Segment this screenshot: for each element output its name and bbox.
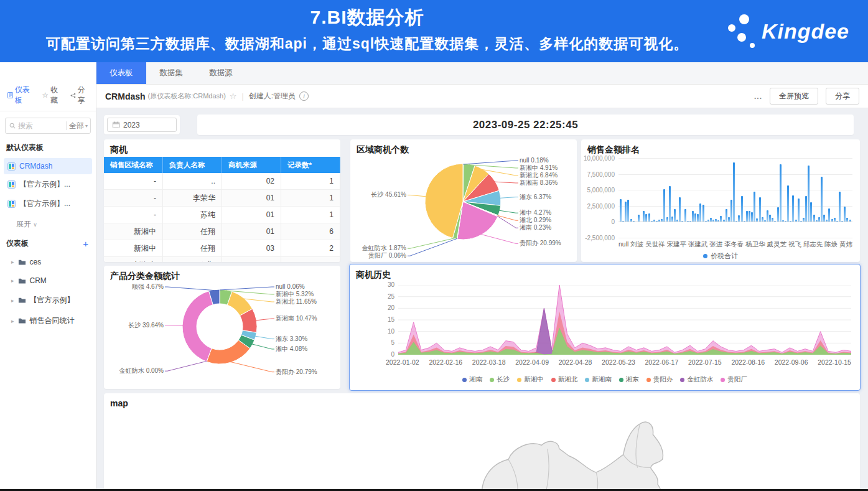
bar[interactable] [625,202,627,222]
bar[interactable] [780,164,782,222]
bar[interactable] [726,209,727,222]
sidebar-tab-share[interactable]: 分享 [70,85,90,106]
bar[interactable] [630,219,632,222]
bar[interactable] [663,189,665,222]
bar[interactable] [810,202,812,222]
bar[interactable] [795,220,797,222]
sales-bar-chart[interactable]: 10,000,0007,500,0005,000,0002,500,0000-2… [618,158,852,238]
history-area-panel[interactable]: 商机历史 051015202530 2022-01-022022-02-1620… [349,264,861,391]
bar[interactable] [846,218,848,222]
legend-item[interactable]: 湘东 [619,375,639,384]
bar[interactable] [834,218,836,222]
bar[interactable] [656,221,658,222]
bar[interactable] [627,200,629,222]
sidebar-tab-dashboards[interactable]: 仪表板 [7,85,33,106]
bar[interactable] [787,185,789,222]
area-series-mid[interactable] [398,312,851,355]
bar[interactable] [658,220,660,222]
bar[interactable] [676,220,678,222]
bar[interactable] [705,221,707,222]
search-input[interactable]: 搜索 全部 ▾ [5,118,91,134]
bar[interactable] [707,220,709,222]
bar[interactable] [741,196,743,222]
legend-item[interactable]: 湘南 [462,375,482,384]
bar[interactable] [661,219,663,222]
bar[interactable] [710,218,712,222]
region-pie-chart[interactable]: null 0.18%新湘中 4.91%新湘北 6.84%新湘南 8.36%湘东 … [350,154,577,260]
tree-item-official-example[interactable]: ▸ 【官方示例】 [0,290,96,311]
share-button[interactable]: 分享 [826,88,859,105]
bar[interactable] [733,162,735,222]
bar[interactable] [635,222,637,222]
bar[interactable] [687,221,689,222]
bar[interactable] [728,217,730,222]
sidebar-item-crmdash[interactable]: CRMdash [4,158,92,174]
sidebar-item-example-2[interactable]: 【官方示例】... [4,195,92,213]
bar[interactable] [643,211,645,222]
bar[interactable] [826,220,828,222]
bar[interactable] [671,217,673,222]
bar[interactable] [702,205,704,222]
bar[interactable] [769,215,771,222]
sidebar-tab-favorites[interactable]: ☆ 收藏 [42,85,61,106]
bar[interactable] [749,211,750,222]
tree-item-ces[interactable]: ▸ ces [0,253,96,271]
bar[interactable] [782,220,784,222]
bar[interactable] [638,215,640,222]
bar[interactable] [633,221,635,222]
pie-slice[interactable] [182,291,213,362]
bar[interactable] [790,221,791,222]
bar[interactable] [759,197,761,222]
bar[interactable] [841,221,843,222]
bar[interactable] [798,199,800,222]
bar[interactable] [751,212,753,222]
bar[interactable] [679,197,681,222]
bar[interactable] [681,221,683,222]
bar[interactable] [849,220,851,222]
pie-slice[interactable] [207,340,250,364]
bar[interactable] [803,218,805,222]
bar[interactable] [622,221,624,222]
tree-item-sales-contract[interactable]: ▸ 销售合同统计 [0,311,96,331]
bar[interactable] [648,213,650,222]
area-legend[interactable]: 湘南长沙新湘中新湘北新湘南湘东贵阳办金虹防水贵阳厂 [350,375,860,384]
bar[interactable] [808,166,810,222]
bar[interactable] [723,220,725,222]
bar[interactable] [692,211,694,222]
bar[interactable] [744,221,745,222]
bar[interactable] [712,220,714,222]
bar[interactable] [800,221,802,222]
bar[interactable] [697,214,699,222]
search-scope-select[interactable]: 全部 ▾ [69,121,88,131]
year-filter-input[interactable]: 2023 [107,118,177,132]
info-icon[interactable]: i [299,91,309,101]
bar[interactable] [754,192,755,222]
tab-dashboard[interactable]: 仪表板 [96,62,146,84]
bar[interactable] [651,221,653,222]
bar[interactable] [762,217,763,222]
bar[interactable] [694,213,696,222]
bar[interactable] [640,222,642,222]
legend-item[interactable]: 贵阳厂 [721,375,747,384]
bar[interactable] [730,200,732,222]
add-dashboard-button[interactable]: + [83,238,88,249]
sidebar-item-example-1[interactable]: 【官方示例】... [4,175,92,194]
bar[interactable] [689,221,691,222]
favorite-star-icon[interactable]: ☆ [230,91,237,101]
bar[interactable] [805,196,807,222]
bar[interactable] [620,199,622,222]
bar[interactable] [774,221,776,222]
legend-item[interactable]: 长沙 [490,375,510,384]
bar[interactable] [844,207,846,222]
bar[interactable] [684,209,686,222]
bar[interactable] [831,219,833,222]
fullscreen-preview-button[interactable]: 全屏预览 [770,88,818,105]
bar[interactable] [764,220,766,222]
bar[interactable] [746,211,748,222]
expand-toggle[interactable]: 展开 ∨ [0,214,96,233]
bar[interactable] [756,218,758,222]
bar[interactable] [715,219,717,222]
bar[interactable] [645,214,647,222]
bar[interactable] [777,207,779,222]
bar[interactable] [772,218,773,222]
